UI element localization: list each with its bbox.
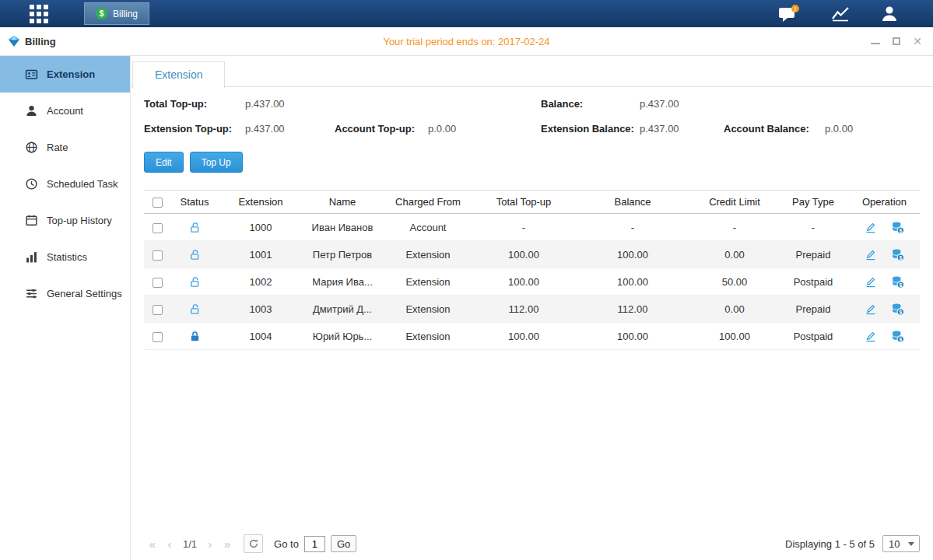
status-cell — [170, 296, 219, 323]
locked-icon — [189, 331, 201, 342]
window-title: Billing — [25, 36, 56, 47]
sidebar-item-label: Account — [47, 105, 83, 117]
total-topup-label: Total Top-up: — [144, 98, 245, 110]
edit-icon[interactable] — [865, 303, 877, 315]
next-page-icon[interactable]: › — [202, 537, 219, 551]
sidebar-item-extension[interactable]: Extension — [0, 56, 130, 93]
balance-label: Balance: — [541, 98, 640, 110]
user-account-icon[interactable] — [880, 5, 899, 23]
sidebar-item-general-settings[interactable]: General Settings — [0, 275, 130, 312]
sidebar-item-rate[interactable]: Rate — [0, 129, 130, 166]
cell-total-topup: 100.00 — [474, 241, 573, 268]
sidebar-item-scheduled-task[interactable]: Scheduled Task — [0, 166, 130, 202]
edit-icon[interactable] — [865, 248, 877, 261]
topup-icon[interactable]: $ — [891, 275, 904, 289]
table-row: 1001 Петр Петров Extension 100.00 100.00… — [144, 241, 920, 268]
minimize-icon[interactable] — [871, 38, 880, 44]
cell-credit-limit: 50.00 — [692, 268, 777, 296]
status-cell — [170, 323, 219, 350]
cell-charged-from: Extension — [382, 296, 474, 323]
extension-balance-label: Extension Balance: — [541, 123, 640, 135]
last-page-icon[interactable]: » — [219, 537, 236, 551]
bar-chart-icon — [25, 250, 38, 264]
table-row: 1004 Юрий Юрь... Extension 100.00 100.00… — [144, 323, 920, 350]
page-size-select[interactable]: 10 — [882, 535, 920, 552]
sidebar-item-label: Extension — [47, 68, 95, 80]
displaying-text: Displaying 1 - 5 of 5 — [785, 538, 875, 550]
go-button[interactable]: Go — [331, 535, 356, 552]
maximize-icon[interactable] — [893, 37, 900, 45]
select-all-checkbox[interactable] — [153, 198, 163, 208]
col-total-topup: Total Top-up — [474, 191, 573, 214]
cell-pay-type: Postpaid — [777, 268, 849, 296]
calendar-icon — [25, 214, 38, 227]
edit-icon[interactable] — [865, 275, 877, 288]
account-person-icon — [25, 104, 38, 117]
reports-chart-icon[interactable] — [830, 5, 851, 23]
topbar-billing-tab[interactable]: $ Billing — [84, 2, 149, 25]
svg-text:$: $ — [899, 227, 902, 233]
cell-extension: 1001 — [219, 241, 303, 268]
notifications-icon[interactable]: ! — [777, 5, 801, 23]
table-row: 1003 Дмитрий Д... Extension 112.00 112.0… — [144, 296, 920, 323]
goto-label: Go to — [274, 538, 299, 550]
svg-text:$: $ — [899, 309, 902, 315]
edit-icon[interactable] — [865, 330, 877, 342]
svg-text:$: $ — [899, 336, 902, 342]
status-cell — [170, 214, 219, 241]
goto-page-input[interactable] — [304, 536, 325, 552]
title-bar: Billing Your trial period ends on: 2017-… — [0, 27, 933, 56]
sidebar-item-statistics[interactable]: Statistics — [0, 239, 130, 275]
top-up-button[interactable]: Top Up — [190, 152, 243, 173]
topup-icon[interactable]: $ — [891, 330, 904, 343]
chevron-down-icon — [908, 542, 914, 546]
unlocked-icon — [189, 276, 201, 288]
cell-balance: - — [573, 214, 692, 241]
cell-balance: 100.00 — [573, 241, 692, 268]
cell-total-topup: 100.00 — [474, 268, 573, 296]
sidebar-item-label: Statistics — [47, 251, 87, 263]
sidebar-item-account[interactable]: Account — [0, 93, 130, 129]
rate-globe-icon — [25, 141, 38, 154]
sidebar-item-label: Rate — [47, 142, 68, 153]
sidebar-item-label: General Settings — [47, 288, 122, 299]
cell-total-topup: 100.00 — [474, 323, 573, 350]
page-indicator: 1/1 — [183, 538, 197, 550]
cell-charged-from: Extension — [382, 241, 474, 268]
app-grid-icon[interactable] — [30, 5, 48, 23]
clock-icon — [25, 177, 38, 191]
cell-extension: 1000 — [219, 214, 303, 241]
sliders-icon — [25, 287, 38, 300]
billing-summary: Total Top-up: p.437.00 Balance: p.437.00… — [144, 98, 920, 135]
row-checkbox[interactable] — [153, 332, 163, 342]
account-balance-value: p.0.00 — [825, 123, 920, 135]
table-header-row: Status Extension Name Charged From Total… — [144, 191, 920, 214]
cell-total-topup: - — [474, 214, 573, 241]
row-checkbox[interactable] — [153, 223, 163, 233]
account-topup-value: p.0.00 — [428, 123, 541, 135]
edit-button[interactable]: Edit — [144, 152, 184, 173]
tab-extension[interactable]: Extension — [132, 61, 225, 88]
svg-text:$: $ — [899, 282, 902, 288]
refresh-button[interactable] — [244, 534, 263, 553]
row-checkbox[interactable] — [153, 305, 163, 315]
topup-icon[interactable]: $ — [891, 221, 904, 234]
table-row: 1002 Мария Ива... Extension 100.00 100.0… — [144, 268, 920, 296]
table-row: 1000 Иван Иванов Account - - - - $ — [144, 214, 920, 241]
topup-icon[interactable]: $ — [891, 303, 904, 316]
first-page-icon[interactable]: « — [144, 537, 161, 551]
cell-credit-limit: 0.00 — [692, 241, 777, 268]
account-topup-label: Account Top-up: — [335, 123, 428, 135]
topup-icon[interactable]: $ — [891, 248, 904, 261]
edit-icon[interactable] — [865, 221, 877, 233]
col-charged-from: Charged From — [382, 191, 474, 214]
cell-charged-from: Extension — [382, 323, 474, 350]
row-checkbox[interactable] — [153, 278, 163, 288]
status-cell — [170, 268, 219, 296]
close-icon[interactable]: ✕ — [913, 36, 922, 47]
sidebar-item-label: Scheduled Task — [47, 178, 118, 190]
row-checkbox[interactable] — [153, 250, 163, 261]
cell-balance: 100.00 — [573, 323, 692, 350]
prev-page-icon[interactable]: ‹ — [161, 537, 178, 551]
sidebar-item-topup-history[interactable]: Top-up History — [0, 202, 130, 239]
